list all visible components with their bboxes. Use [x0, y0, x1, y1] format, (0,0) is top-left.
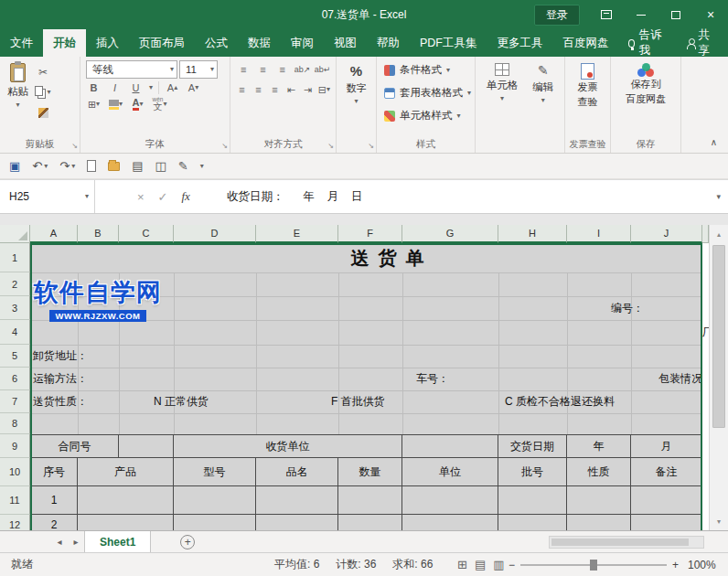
table-cell[interactable] [338, 515, 402, 530]
tell-me-box[interactable]: 告诉我 [619, 29, 674, 57]
column-header-c[interactable]: C [119, 225, 174, 243]
font-name-select[interactable]: 等线 ▾ [86, 60, 177, 79]
table-cell[interactable] [174, 486, 256, 515]
save-button[interactable]: ▣ [9, 159, 20, 173]
new-document-button[interactable] [87, 160, 96, 172]
cell-number-label[interactable]: 编号： [567, 296, 702, 320]
tab-review[interactable]: 审阅 [281, 29, 324, 57]
scroll-up-icon[interactable]: ▴ [710, 225, 728, 243]
borders-button[interactable]: ⊞▾ [86, 97, 102, 112]
cells-button[interactable]: 单元格 ▾ [482, 59, 523, 136]
cell-packaging[interactable]: 包装情况 [567, 368, 702, 390]
horizontal-scrollbar[interactable] [549, 536, 704, 549]
conditional-formatting-button[interactable]: 条件格式 ▾ [379, 59, 473, 81]
save-to-baidu-button[interactable]: 保存到 百度网盘 [621, 59, 670, 136]
cell-th-name[interactable]: 品名 [256, 458, 338, 486]
column-header-d[interactable]: D [174, 225, 256, 243]
decrease-indent-button[interactable]: ⇤ [285, 82, 297, 97]
insert-function-button[interactable]: fx [182, 189, 190, 204]
add-sheet-button[interactable]: + [180, 535, 195, 549]
table-cell[interactable] [256, 486, 338, 515]
horizontal-scroll-thumb[interactable] [551, 539, 689, 546]
cell-transport-method[interactable]: 运输方法： [30, 368, 174, 390]
table-cell[interactable] [567, 515, 631, 530]
cell-option-normal[interactable]: N 正常供货 [119, 390, 256, 413]
undo-button[interactable]: ↶▾ [32, 159, 48, 173]
dialog-launcher-icon[interactable]: ↘ [221, 142, 228, 150]
customize-qat-button[interactable]: ▾ [200, 163, 204, 170]
row-header-5[interactable]: 5 [0, 345, 30, 368]
table-cell[interactable] [567, 486, 631, 515]
name-box[interactable]: H25 ▾ [0, 180, 95, 213]
cell-th-remark[interactable]: 备注 [631, 458, 702, 486]
cell-th-batch[interactable]: 批号 [498, 458, 567, 486]
column-header-f[interactable]: F [338, 225, 402, 243]
merge-center-button[interactable]: ⊟▾ [318, 82, 330, 97]
tab-baidu-netdisk[interactable]: 百度网盘 [553, 29, 619, 57]
cell-th-qty[interactable]: 数量 [338, 458, 402, 486]
tab-formulas[interactable]: 公式 [195, 29, 238, 57]
column-header-h[interactable]: H [498, 225, 567, 243]
open-button[interactable] [108, 162, 120, 171]
redo-button[interactable]: ↷▾ [59, 159, 75, 173]
quick-edit-button[interactable]: ✎ [178, 159, 188, 173]
cell-factory-label[interactable]: 厂 [702, 320, 709, 345]
cell-month[interactable]: 月 [631, 434, 702, 458]
sheet-nav-prev-icon[interactable]: ◂ [51, 531, 68, 552]
column-header-a[interactable]: A [30, 225, 78, 243]
column-header-e[interactable]: E [256, 225, 338, 243]
table-cell[interactable] [78, 486, 174, 515]
tab-view[interactable]: 视图 [324, 29, 367, 57]
table-cell[interactable] [256, 515, 338, 530]
zoom-slider-thumb[interactable] [590, 560, 597, 571]
row-header-10[interactable]: 10 [0, 458, 30, 486]
column-header-b[interactable]: B [78, 225, 119, 243]
format-as-table-button[interactable]: 套用表格格式 ▾ [379, 81, 473, 104]
dialog-launcher-icon[interactable]: ↘ [368, 142, 374, 150]
bold-button[interactable]: B [86, 80, 102, 95]
cell-th-seq[interactable]: 序号 [30, 458, 78, 486]
enter-icon[interactable]: ✓ [158, 190, 168, 204]
column-header-j[interactable]: J [631, 225, 702, 243]
tab-file[interactable]: 文件 [0, 29, 43, 57]
zoom-in-button[interactable]: + [672, 559, 679, 571]
table-cell[interactable] [78, 515, 174, 530]
cell-vehicle-number[interactable]: 车号： [402, 368, 498, 390]
close-button[interactable]: × [702, 6, 719, 23]
minimize-button[interactable] [633, 6, 649, 23]
align-middle-button[interactable]: ≡ [255, 62, 270, 77]
expand-formula-bar-icon[interactable]: ▾ [716, 180, 721, 213]
fill-color-button[interactable]: ▾ [108, 97, 123, 112]
cell-contract-no[interactable]: 合同号 [30, 434, 119, 458]
table-cell[interactable] [631, 486, 702, 515]
table-cell[interactable] [498, 486, 567, 515]
share-button[interactable]: 共享 [674, 29, 728, 57]
print-button[interactable]: ▤ [132, 159, 143, 173]
font-size-select[interactable]: 11 ▾ [179, 60, 218, 79]
ribbon-display-options-icon[interactable] [598, 6, 615, 23]
cell-unload-address[interactable]: 卸货地址： [30, 345, 256, 368]
cell-row-1[interactable]: 1 [30, 486, 78, 515]
editing-button[interactable]: ✎ 编辑 ▾ [528, 59, 558, 136]
paste-button[interactable]: 粘贴 ▾ [3, 59, 33, 136]
tab-data[interactable]: 数据 [238, 29, 281, 57]
maximize-button[interactable] [668, 6, 684, 23]
phonetic-guide-button[interactable]: wén文 ▾ [152, 97, 167, 112]
table-cell[interactable] [119, 434, 174, 458]
row-header-7[interactable]: 7 [0, 390, 30, 413]
align-center-button[interactable]: ≡ [252, 82, 264, 97]
tab-more-tools[interactable]: 更多工具 [487, 29, 553, 57]
table-cell[interactable] [631, 515, 702, 530]
orientation-button[interactable]: ab↗ [294, 62, 310, 77]
scroll-down-icon[interactable]: ▾ [710, 512, 728, 530]
align-bottom-button[interactable]: ≡ [275, 62, 290, 77]
formula-content[interactable]: 收货日期： 年 月 日 [227, 180, 363, 213]
dialog-launcher-icon[interactable]: ↘ [71, 142, 78, 150]
cell-th-product[interactable]: 产品 [78, 458, 174, 486]
vertical-scroll-thumb[interactable] [712, 245, 725, 428]
increase-indent-button[interactable]: ⇥ [302, 82, 314, 97]
cell-option-reject[interactable]: C 质检不合格退还换料 [498, 390, 702, 413]
font-color-button[interactable]: A▾ [130, 97, 145, 112]
dialog-launcher-icon[interactable]: ↘ [327, 142, 334, 150]
tab-page-layout[interactable]: 页面布局 [129, 29, 195, 57]
